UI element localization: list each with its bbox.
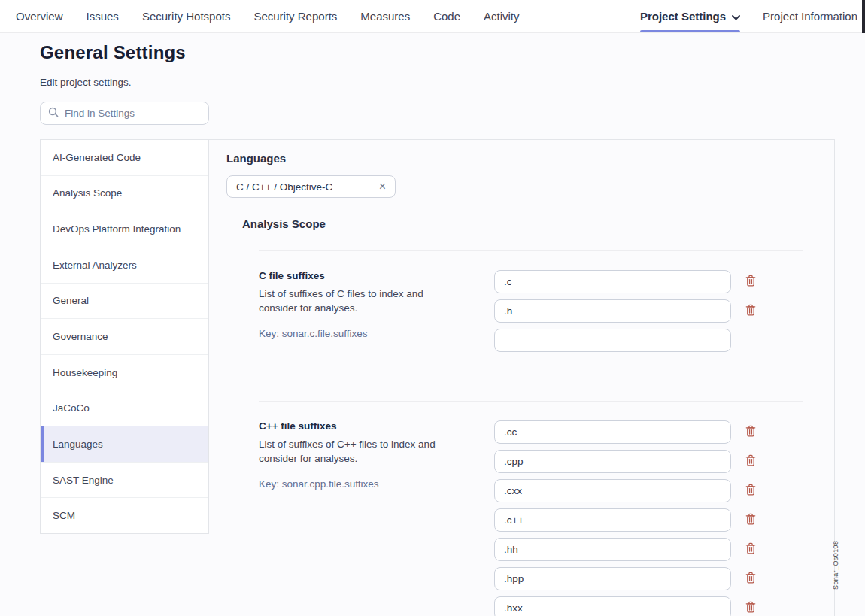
setting-key: Key: sonar.c.file.suffixes [259, 328, 442, 339]
delete-suffix-button[interactable] [743, 484, 758, 499]
search-icon [48, 107, 59, 120]
setting-name: C file suffixes [259, 270, 442, 281]
suffix-field-row [494, 479, 758, 502]
suffix-field-row [494, 270, 758, 293]
nav-item-code[interactable]: Code [433, 10, 460, 23]
setting-fields [494, 420, 758, 616]
section-title: Languages [226, 152, 834, 165]
suffix-field-row [494, 567, 758, 590]
page-title: General Settings [40, 42, 186, 63]
project-settings-label: Project Settings [640, 10, 726, 23]
sidebar-item-label: Analysis Scope [53, 187, 122, 199]
sidebar-item-devops-platform-integration[interactable]: DevOps Platform Integration [41, 211, 208, 247]
settings-category-sidebar: AI-Generated CodeAnalysis ScopeDevOps Pl… [40, 140, 209, 534]
c-file-suffixes-input-1[interactable] [494, 450, 731, 473]
c-file-suffixes-input-5[interactable] [494, 567, 731, 590]
sidebar-item-label: Governance [53, 331, 108, 342]
tab-project-information[interactable]: Project Information [763, 0, 857, 32]
c-file-suffixes-input-0[interactable] [494, 420, 731, 444]
top-nav: OverviewIssuesSecurity HotspotsSecurity … [0, 0, 865, 33]
sidebar-item-label: AI-Generated Code [53, 152, 141, 163]
project-information-label: Project Information [763, 10, 857, 23]
settings-list: C file suffixes List of suffixes of C fi… [259, 250, 803, 616]
trash-icon [745, 275, 756, 289]
sidebar-item-scm[interactable]: SCM [41, 497, 208, 533]
delete-suffix-button[interactable] [743, 513, 758, 528]
c-file-suffixes-input-3[interactable] [494, 508, 731, 532]
trash-icon [745, 454, 756, 469]
nav-item-security-hotspots[interactable]: Security Hotspots [142, 10, 231, 23]
sidebar-item-ai-generated-code[interactable]: AI-Generated Code [41, 140, 208, 175]
suffix-field-row [494, 596, 758, 616]
c-file-suffixes-input-4[interactable] [494, 538, 731, 561]
delete-suffix-button[interactable] [743, 542, 758, 557]
setting-key: Key: sonar.cpp.file.suffixes [259, 478, 442, 490]
trash-icon [745, 513, 756, 527]
c-file-suffixes-input-2[interactable] [494, 329, 731, 352]
settings-container: AI-Generated CodeAnalysis ScopeDevOps Pl… [40, 139, 835, 616]
delete-suffix-button[interactable] [743, 425, 758, 440]
nav-right-group: Project Settings Project Information [640, 0, 857, 32]
language-filter-value: C / C++ / Objective-C [236, 181, 378, 193]
suffix-field-row [494, 299, 758, 323]
sidebar-item-sast-engine[interactable]: SAST Engine [41, 462, 208, 498]
sidebar-item-general[interactable]: General [41, 283, 208, 319]
nav-item-issues[interactable]: Issues [86, 10, 119, 23]
sidebar-item-label: Housekeeping [53, 367, 117, 378]
search-input[interactable] [65, 108, 201, 119]
delete-suffix-button[interactable] [743, 601, 758, 616]
setting-row-c-file-suffixes: C file suffixes List of suffixes of C fi… [259, 250, 803, 401]
language-filter-select[interactable]: C / C++ / Objective-C × [226, 175, 396, 198]
setting-row-c-file-suffixes: C++ file suffixes List of suffixes of C+… [259, 401, 803, 616]
delete-suffix-button[interactable] [743, 275, 758, 290]
sidebar-item-label: General [53, 295, 89, 306]
setting-fields [494, 270, 758, 352]
watermark-text: Sonar_Qs0108 [832, 528, 839, 590]
suffix-field-row [494, 450, 758, 473]
nav-item-security-reports[interactable]: Security Reports [253, 10, 337, 23]
trash-icon [745, 425, 756, 439]
subsection-title: Analysis Scope [242, 217, 834, 230]
c-file-suffixes-input-6[interactable] [494, 596, 731, 616]
sidebar-item-external-analyzers[interactable]: External Analyzers [41, 247, 208, 283]
sidebar-item-label: SCM [53, 510, 75, 521]
sidebar-item-label: JaCoCo [53, 402, 90, 414]
sidebar-item-governance[interactable]: Governance [41, 318, 208, 354]
setting-description: List of suffixes of C++ files to index a… [259, 438, 442, 466]
chevron-down-icon [732, 10, 740, 23]
sidebar-item-languages[interactable]: Languages [41, 426, 208, 462]
trash-icon [745, 601, 756, 615]
c-file-suffixes-input-2[interactable] [494, 479, 731, 502]
c-file-suffixes-input-1[interactable] [494, 299, 731, 323]
sidebar-item-label: DevOps Platform Integration [53, 223, 181, 235]
setting-description: List of suffixes of C files to index and… [259, 287, 442, 316]
trash-icon [745, 572, 756, 586]
close-icon[interactable]: × [378, 181, 387, 193]
suffix-field-row [494, 508, 758, 532]
nav-item-overview[interactable]: Overview [16, 10, 63, 23]
sidebar-item-label: External Analyzers [53, 259, 137, 271]
nav-items: OverviewIssuesSecurity HotspotsSecurity … [16, 0, 520, 32]
trash-icon [745, 484, 756, 498]
sidebar-item-label: SAST Engine [53, 475, 114, 486]
nav-item-activity[interactable]: Activity [484, 10, 520, 23]
sidebar-item-jacoco[interactable]: JaCoCo [41, 390, 208, 426]
trash-icon [745, 542, 756, 557]
delete-suffix-button[interactable] [743, 454, 758, 469]
c-file-suffixes-input-0[interactable] [494, 270, 731, 293]
page-subtitle: Edit project settings. [40, 77, 132, 88]
settings-content: Languages C / C++ / Objective-C × Analys… [210, 140, 834, 616]
sidebar-item-analysis-scope[interactable]: Analysis Scope [41, 175, 208, 211]
sidebar-item-label: Languages [53, 438, 103, 450]
setting-name: C++ file suffixes [259, 420, 442, 432]
nav-item-measures[interactable]: Measures [360, 10, 410, 23]
suffix-field-row [494, 420, 758, 444]
nav-edge-sliver [862, 0, 865, 33]
delete-suffix-button[interactable] [743, 304, 758, 319]
suffix-field-row [494, 538, 758, 561]
tab-project-settings[interactable]: Project Settings [640, 0, 740, 32]
sidebar-item-housekeeping[interactable]: Housekeeping [41, 354, 208, 390]
settings-search[interactable] [40, 102, 209, 125]
delete-suffix-button[interactable] [743, 572, 758, 587]
trash-icon [745, 304, 756, 318]
